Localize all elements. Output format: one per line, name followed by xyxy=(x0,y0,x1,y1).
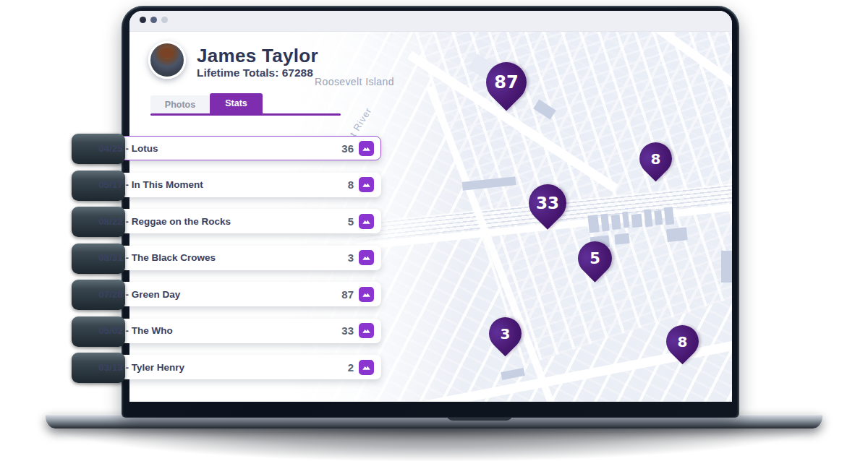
event-list-item[interactable]: 03/13 - Tyler Henry 2 xyxy=(83,355,381,379)
window-maximize-dot[interactable] xyxy=(161,17,168,23)
event-count: 87 xyxy=(341,288,354,301)
map-pin[interactable]: 33 xyxy=(521,176,574,230)
map-pin[interactable]: 3 xyxy=(482,310,528,356)
pin-count: 8 xyxy=(666,325,699,358)
image-mountains-icon xyxy=(359,323,374,338)
event-title: 08/22 - Reggae on the Rocks xyxy=(98,216,348,227)
lifetime-totals: Lifetime Totals: 67288 xyxy=(197,66,313,79)
tab-underline xyxy=(150,113,341,116)
pin-count: 3 xyxy=(489,317,522,350)
map-label-roosevelt-island: Roosevelt Island xyxy=(315,76,394,87)
event-count: 36 xyxy=(341,142,354,155)
event-count: 2 xyxy=(348,361,354,374)
event-list-item[interactable]: 05/17 - In This Moment 8 xyxy=(83,173,381,197)
image-mountains-icon xyxy=(359,177,374,192)
event-count: 33 xyxy=(341,324,354,337)
laptop-mockup-stage: Roosevelt Island East River 87833538 Jam… xyxy=(0,0,868,461)
map-pin[interactable]: 8 xyxy=(632,135,678,181)
image-mountains-icon xyxy=(359,360,374,375)
app-window: Roosevelt Island East River 87833538 Jam… xyxy=(129,11,732,402)
event-count: 3 xyxy=(348,251,354,264)
event-list-item[interactable]: 07/28 - Green Day 87 xyxy=(83,282,381,306)
window-titlebar xyxy=(129,11,732,32)
event-title: 05/17 - In This Moment xyxy=(98,179,348,190)
map-pin[interactable]: 87 xyxy=(477,53,535,111)
event-list-item[interactable]: 08/22 - Reggae on the Rocks 5 xyxy=(83,209,381,233)
event-title: 07/28 - Green Day xyxy=(98,289,341,300)
event-title: 05/02 - The Who xyxy=(98,325,341,336)
image-mountains-icon xyxy=(359,214,374,229)
window-minimize-dot[interactable] xyxy=(150,17,157,23)
tab-photos[interactable]: Photos xyxy=(150,95,210,113)
avatar xyxy=(148,41,186,79)
event-title: 04/25 - Lotus xyxy=(98,143,341,154)
event-title: 03/13 - Tyler Henry xyxy=(98,362,348,373)
profile-name: James Taylor xyxy=(197,45,318,67)
event-list-item[interactable]: 04/25 - Lotus 36 xyxy=(83,136,381,160)
event-count: 5 xyxy=(348,215,354,228)
image-mountains-icon xyxy=(359,287,374,302)
event-list-item[interactable]: 08/31 - The Black Crowes 3 xyxy=(83,246,381,270)
map-pin[interactable]: 5 xyxy=(571,234,618,282)
pin-count: 8 xyxy=(639,142,672,175)
event-title: 08/31 - The Black Crowes xyxy=(98,252,348,263)
pin-count: 87 xyxy=(486,62,527,103)
pin-count: 33 xyxy=(529,184,566,222)
image-mountains-icon xyxy=(359,141,374,156)
image-mountains-icon xyxy=(359,250,374,265)
window-close-dot[interactable] xyxy=(140,17,146,23)
map-pin[interactable]: 8 xyxy=(659,318,705,364)
event-count: 8 xyxy=(348,178,354,191)
event-list-item[interactable]: 05/02 - The Who 33 xyxy=(83,319,381,343)
tab-stats[interactable]: Stats xyxy=(210,93,263,113)
pin-count: 5 xyxy=(578,241,612,275)
